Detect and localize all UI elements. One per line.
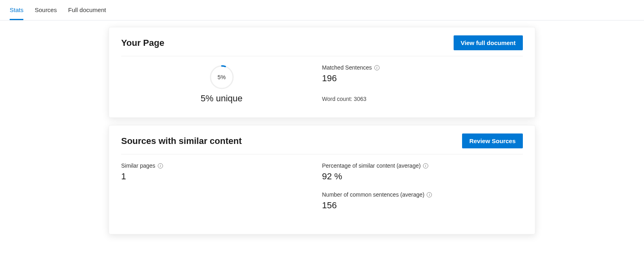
view-full-document-button[interactable]: View full document [454, 35, 523, 50]
sources-card-header: Sources with similar content Review Sour… [121, 133, 523, 154]
your-page-title: Your Page [121, 38, 164, 48]
similar-pages-value: 1 [121, 171, 322, 182]
your-page-header: Your Page View full document [121, 35, 523, 56]
percentage-label-text: Percentage of similar content (average) [322, 162, 421, 169]
info-icon[interactable]: i [427, 192, 432, 197]
content-area: Your Page View full document 5% 5% uniqu… [0, 21, 644, 254]
tab-full-document[interactable]: Full document [68, 0, 106, 20]
info-icon[interactable]: i [158, 163, 163, 168]
matched-sentences-label-text: Matched Sentences [322, 64, 372, 71]
similar-pages-label-text: Similar pages [121, 162, 155, 169]
word-count: Word count: 3063 [322, 96, 523, 102]
sources-card-body: Similar pages i 1 Percentage of similar … [121, 162, 523, 220]
matched-sentences-label: Matched Sentences i [322, 64, 523, 71]
your-page-body: 5% 5% unique Matched Sentences i 196 Wor… [121, 64, 523, 104]
matched-sentences-value: 196 [322, 73, 523, 84]
percentage-label: Percentage of similar content (average) … [322, 162, 523, 169]
common-sentences-label: Number of common sentences (average) i [322, 191, 523, 198]
common-sentences-value: 156 [322, 200, 523, 211]
similar-pages-block: Similar pages i 1 [121, 162, 322, 182]
review-sources-button[interactable]: Review Sources [462, 133, 523, 148]
tab-sources[interactable]: Sources [35, 0, 57, 20]
info-icon[interactable]: i [374, 65, 380, 70]
sources-card: Sources with similar content Review Sour… [109, 125, 535, 234]
tabs-nav: Stats Sources Full document [0, 0, 644, 21]
common-sentences-label-text: Number of common sentences (average) [322, 191, 424, 198]
sources-card-title: Sources with similar content [121, 136, 242, 146]
averages-col: Percentage of similar content (average) … [322, 162, 523, 220]
donut-percent-label: 5% [209, 64, 235, 90]
uniqueness-col: 5% 5% unique [121, 64, 322, 104]
matched-col: Matched Sentences i 196 Word count: 3063 [322, 64, 523, 104]
percentage-value: 92 % [322, 171, 523, 182]
matched-sentences-block: Matched Sentences i 196 [322, 64, 523, 84]
percentage-block: Percentage of similar content (average) … [322, 162, 523, 182]
similar-pages-label: Similar pages i [121, 162, 322, 169]
tab-stats[interactable]: Stats [10, 0, 23, 20]
unique-percent-donut: 5% [209, 64, 235, 90]
unique-label: 5% unique [201, 93, 243, 104]
info-icon[interactable]: i [423, 163, 428, 168]
common-sentences-block: Number of common sentences (average) i 1… [322, 191, 523, 211]
similar-pages-col: Similar pages i 1 [121, 162, 322, 220]
your-page-card: Your Page View full document 5% 5% uniqu… [109, 27, 535, 118]
